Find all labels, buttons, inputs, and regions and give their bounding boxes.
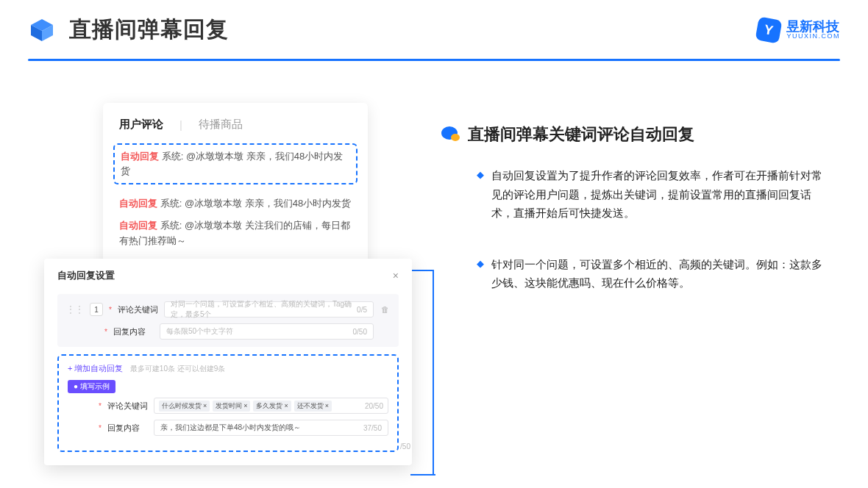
overflow-counter: /50 [400,442,410,451]
tag-chip: 发货时间× [213,401,250,412]
comments-card: 用户评论 | 待播商品 自动回复 系统: @冰墩墩本墩 亲亲，我们48小时内发货… [103,103,368,275]
comment-highlight: 自动回复 系统: @冰墩墩本墩 亲亲，我们48小时内发货 [113,143,357,184]
auto-reply-badge: 自动回复 [119,220,157,231]
kw-input[interactable]: 对同一个问题，可设置多个相近、高频的关键词，Tag确定，最多5个 0/5 [164,301,374,317]
bullet-2-text: 针对同一个问题，可设置多个相近的、高频的关键词。例如：这款多少钱、这块能优惠吗、… [491,255,830,293]
required-mark: * [104,328,107,336]
tab-divider: | [179,118,182,131]
bullet-2: ◆ 针对同一个问题，可设置多个相近的、高频的关键词。例如：这款多少钱、这块能优惠… [477,255,830,293]
settings-card: 自动回复设置 × ⋮⋮ 1 * 评论关键词 对同一个问题，可设置多个相近、高频的… [44,259,412,465]
ex-content-label: 回复内容 [107,423,148,434]
comment-row-3: 自动回复 系统: @冰墩墩本墩 关注我们的店铺，每日都有热门推荐呦～ [119,218,352,248]
brand-icon: Y [755,16,783,43]
brand-name: 昱新科技 [786,20,840,33]
tag-chip: 什么时候发货× [159,401,210,412]
sys-prefix: 系统: [162,151,184,162]
tag-remove-icon[interactable]: × [203,402,207,409]
page-header: 直播间弹幕回复 Y 昱新科技 YUUXIN.COM [28,15,840,45]
brand-url: YUUXIN.COM [786,33,840,40]
connector-in [410,474,435,476]
ex-kw-counter: 20/50 [365,402,383,410]
form-block-main: ⋮⋮ 1 * 评论关键词 对同一个问题，可设置多个相近、高频的关键词，Tag确定… [57,294,399,347]
ex-content-input[interactable]: 亲，我们这边都是下单48小时内发货的哦～ 37/50 [154,420,388,436]
required-mark: * [99,402,102,410]
comment2-text: @冰墩墩本墩 亲亲，我们48小时内发货 [185,198,351,209]
tab-user-comments[interactable]: 用户评论 [119,118,163,132]
tab-pending-goods[interactable]: 待播商品 [199,118,243,132]
comment-row-2: 自动回复 系统: @冰墩墩本墩 亲亲，我们48小时内发货 [119,196,352,211]
right-column: 直播间弹幕关键词评论自动回复 ◆ 自动回复设置为了提升作者的评论回复效率，作者可… [441,123,839,325]
ex-content-value: 亲，我们这边都是下单48小时内发货的哦～ [160,423,301,433]
bullet-1: ◆ 自动回复设置为了提升作者的评论回复效率，作者可在开播前针对常见的评论用户问题… [477,166,830,223]
tag-remove-icon[interactable]: × [284,402,288,409]
brand-block: Y 昱新科技 YUUXIN.COM [757,18,840,42]
ex-content-counter: 37/50 [363,424,382,432]
svg-point-4 [451,134,460,141]
ex-kw-tagbox[interactable]: 什么时候发货× 发货时间× 多久发货× 还不发货× 20/50 [154,398,388,414]
required-mark: * [109,306,112,314]
drag-handle-icon[interactable]: ⋮⋮ [66,304,84,315]
required-mark: * [99,424,102,432]
connector-line [412,270,434,476]
right-heading: 直播间弹幕关键词评论自动回复 [468,123,694,146]
page-title: 直播间弹幕回复 [69,15,229,45]
header-rule [28,59,840,61]
add-auto-reply-link[interactable]: + 增加自动回复 [68,363,123,374]
tag-remove-icon[interactable]: × [243,402,247,409]
auto-reply-badge: 自动回复 [119,198,157,209]
content-label: 回复内容 [113,326,154,337]
content-counter: 0/50 [353,328,367,336]
example-pill: ● 填写示例 [68,380,115,393]
content-placeholder: 每条限50个中文字符 [166,326,233,337]
kw-counter: 0/5 [357,306,367,314]
sys-prefix: 系统: [160,220,182,231]
bullet-marker-icon: ◆ [477,255,484,293]
right-heading-row: 直播间弹幕关键词评论自动回复 [441,123,839,146]
example-dashed-box: + 增加自动回复 最多可建10条 还可以创建9条 ● 填写示例 * 评论关键词 … [57,354,399,452]
chat-bubble-icon [441,126,460,143]
row-index: 1 [90,303,103,316]
cube-icon [28,16,56,44]
tag-remove-icon[interactable]: × [325,402,329,409]
settings-title: 自动回复设置 [57,269,115,282]
kw-label: 评论关键词 [118,304,158,315]
content-input[interactable]: 每条限50个中文字符 0/50 [160,323,374,340]
kw-placeholder: 对同一个问题，可设置多个相近、高频的关键词，Tag确定，最多5个 [171,299,357,320]
sys-prefix: 系统: [160,198,182,209]
auto-reply-badge: 自动回复 [121,151,159,162]
trash-icon[interactable]: 🗑 [380,305,390,314]
tag-chip: 多久发货× [253,401,291,412]
bullet-1-text: 自动回复设置为了提升作者的评论回复效率，作者可在开播前针对常见的评论用户问题，提… [491,166,830,223]
ex-kw-label: 评论关键词 [107,401,148,412]
header-left: 直播间弹幕回复 [28,15,229,45]
bullet-marker-icon: ◆ [477,166,484,223]
comments-tabs: 用户评论 | 待播商品 [119,118,352,132]
tag-chip: 还不发货× [294,401,332,412]
close-icon[interactable]: × [393,270,399,281]
add-hint: 最多可建10条 还可以创建9条 [130,365,225,373]
